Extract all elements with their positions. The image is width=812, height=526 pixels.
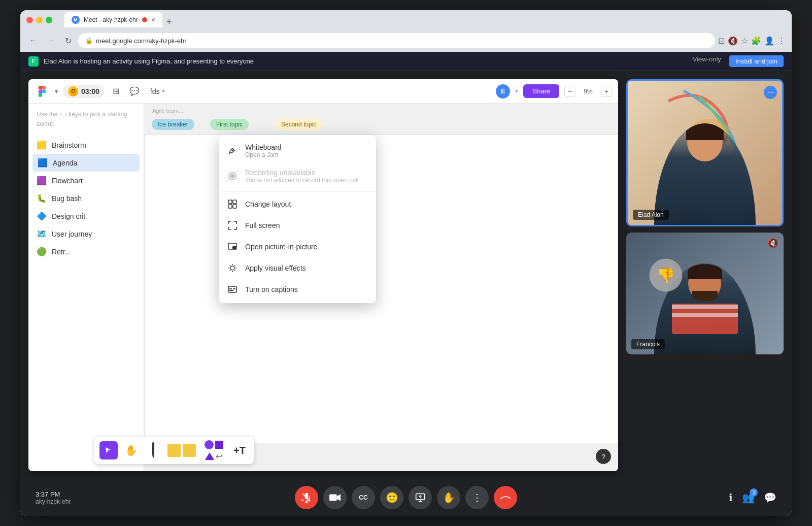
comments-icon[interactable]: 💬 bbox=[128, 85, 141, 98]
chat-btn[interactable]: 💬 bbox=[764, 491, 776, 504]
sidebar-item-retro[interactable]: 🟢 Retr... bbox=[28, 243, 144, 260]
shapes-tool[interactable]: ↩ bbox=[201, 440, 226, 461]
text-tool[interactable]: +T bbox=[230, 441, 249, 459]
tab-close-btn[interactable]: × bbox=[151, 16, 155, 24]
designcrit-icon: 🔷 bbox=[37, 211, 47, 221]
svg-rect-6 bbox=[233, 205, 236, 208]
info-btn[interactable]: ℹ bbox=[729, 491, 733, 504]
menu-item-whiteboard[interactable]: Whiteboard Open a Jam bbox=[219, 138, 376, 163]
back-btn[interactable]: ← bbox=[26, 34, 41, 48]
view-toggle-icon[interactable]: ⊞ bbox=[110, 85, 123, 98]
present-icon bbox=[415, 492, 425, 503]
sidebar-item-brainstorm[interactable]: 🟨 Brainstorm bbox=[28, 136, 144, 154]
chevron-down-icon[interactable]: ▾ bbox=[55, 88, 58, 95]
traffic-lights bbox=[26, 17, 52, 23]
user-avatar[interactable]: E bbox=[496, 84, 510, 98]
thumbs-down-overlay: 👎 bbox=[649, 259, 682, 292]
figma-logo-btn[interactable] bbox=[35, 84, 50, 99]
present-btn[interactable] bbox=[409, 486, 432, 509]
more-btn[interactable]: ⋮ bbox=[465, 486, 489, 509]
recording-subtitle: You're not allowed to record this video … bbox=[245, 177, 358, 184]
triangle-shape bbox=[205, 452, 214, 460]
mute-indicator-francois: 🔇 bbox=[767, 238, 779, 249]
whiteboard-subtitle: Open a Jam bbox=[245, 151, 282, 158]
extension-icon[interactable]: 🧩 bbox=[751, 36, 761, 46]
pen-tool[interactable] bbox=[144, 441, 162, 459]
address-bar[interactable]: 🔒 meet.google.com/aky-hzpk-ehr bbox=[78, 33, 715, 48]
refresh-btn[interactable]: ↻ bbox=[61, 34, 75, 48]
sidebar-item-agenda[interactable]: 🟦 Agenda bbox=[32, 154, 140, 172]
agenda-label: Agenda bbox=[53, 159, 77, 167]
menu-icon[interactable]: ⋮ bbox=[777, 36, 786, 46]
active-tab[interactable]: M Meet - aky-hzpk-ehr × bbox=[64, 12, 162, 27]
filename-chevron: ▾ bbox=[162, 88, 165, 94]
avatar-chevron[interactable]: ▾ bbox=[515, 88, 518, 94]
share-button[interactable]: Share bbox=[523, 84, 559, 98]
recording-text: Recording unavailable You're not allowed… bbox=[245, 169, 358, 184]
captions-btn[interactable]: CC bbox=[352, 486, 375, 509]
forward-btn[interactable]: → bbox=[44, 34, 58, 48]
effects-icon bbox=[227, 262, 238, 274]
sticky-note-2 bbox=[183, 444, 196, 457]
cursor-icon bbox=[105, 446, 113, 454]
meeting-code-display: aky-hzpk-ehr bbox=[36, 498, 71, 505]
cursor-tool[interactable] bbox=[99, 441, 118, 459]
notification-actions: View-only Install and join bbox=[693, 55, 784, 67]
maximize-window-btn[interactable] bbox=[46, 17, 52, 23]
mute-icon[interactable]: 🔇 bbox=[728, 36, 738, 46]
menu-item-layout[interactable]: Change layout bbox=[219, 193, 376, 215]
meet-sidebar-controls: ℹ 👥 3 💬 bbox=[729, 491, 776, 504]
close-window-btn[interactable] bbox=[26, 17, 33, 23]
hand-btn[interactable]: ✋ bbox=[437, 486, 460, 509]
figma-toolbar: ▾ ⏱ 03:00 ⊞ 💬 fds ▾ E ▾ bbox=[28, 79, 618, 104]
file-name[interactable]: fds ▾ bbox=[150, 87, 165, 95]
camera-btn[interactable] bbox=[323, 486, 347, 509]
menu-divider-1 bbox=[219, 191, 376, 191]
rect-shape bbox=[215, 441, 223, 449]
menu-item-fullscreen[interactable]: Full screen bbox=[219, 215, 376, 236]
profile-icon[interactable]: 👤 bbox=[764, 36, 774, 46]
participants-btn[interactable]: 👥 3 bbox=[742, 491, 755, 504]
end-call-btn[interactable] bbox=[494, 486, 517, 509]
svg-point-9 bbox=[230, 266, 234, 270]
url-text: meet.google.com/aky-hzpk-ehr bbox=[96, 37, 186, 45]
hand-tool[interactable]: ✋ bbox=[122, 441, 140, 459]
minimize-window-btn[interactable] bbox=[36, 17, 43, 23]
layout-hint: Use the ↑ ↓ keys to pick a starting layo… bbox=[28, 110, 144, 136]
figma-notification-bar: F Elad Alon is hosting an activity using… bbox=[20, 52, 792, 71]
figma-window: ▾ ⏱ 03:00 ⊞ 💬 fds ▾ E ▾ bbox=[28, 79, 618, 471]
layout-icon bbox=[227, 199, 238, 210]
sidebar-item-userjourney[interactable]: 🗺️ User journey bbox=[28, 225, 144, 243]
userjourney-label: User journey bbox=[52, 230, 92, 238]
cast-icon[interactable]: ⊡ bbox=[718, 36, 725, 46]
emoji-btn[interactable]: 🙂 bbox=[380, 486, 403, 509]
browser-actions: ⊡ 🔇 ☆ 🧩 👤 ⋮ bbox=[718, 36, 786, 46]
zoom-plus-btn[interactable]: + bbox=[601, 86, 612, 97]
sticky-notes-tool[interactable] bbox=[166, 440, 197, 461]
video-options-elad[interactable]: ⋯ bbox=[764, 86, 777, 99]
menu-item-captions[interactable]: Turn on captions bbox=[219, 279, 376, 300]
clock-display: 3:37 PM bbox=[36, 490, 71, 498]
video-panel-francois: 👎 🔇 Francois bbox=[626, 233, 784, 354]
menu-item-effects[interactable]: Apply visual effects bbox=[219, 257, 376, 279]
help-button[interactable]: ? bbox=[596, 449, 611, 464]
bugbash-icon: 🐛 bbox=[37, 193, 47, 203]
sidebar-item-flowchart[interactable]: 🟪 Flowchart bbox=[28, 172, 144, 189]
mic-btn[interactable] bbox=[295, 486, 318, 509]
flowchart-label: Flowchart bbox=[52, 177, 83, 185]
menu-item-pip[interactable]: Open picture-in-picture bbox=[219, 236, 376, 257]
zoom-minus-btn[interactable]: − bbox=[564, 86, 576, 97]
tab-title: Meet - aky-hzpk-ehr bbox=[84, 16, 138, 23]
svg-rect-14 bbox=[228, 286, 236, 292]
bookmark-icon[interactable]: ☆ bbox=[741, 36, 748, 46]
svg-rect-0 bbox=[152, 442, 154, 455]
new-tab-btn[interactable]: + bbox=[162, 17, 176, 27]
menu-item-recording: Recording unavailable You're not allowed… bbox=[219, 163, 376, 189]
install-join-btn[interactable]: Install and join bbox=[729, 55, 784, 67]
sidebar-item-designcrit[interactable]: 🔷 Design crit bbox=[28, 207, 144, 225]
recording-label: Recording unavailable bbox=[245, 169, 358, 177]
tab-favicon: M bbox=[72, 16, 80, 24]
view-only-btn[interactable]: View-only bbox=[693, 55, 721, 67]
sidebar-item-bugbash[interactable]: 🐛 Bug bash bbox=[28, 189, 144, 207]
svg-point-2 bbox=[232, 150, 233, 151]
